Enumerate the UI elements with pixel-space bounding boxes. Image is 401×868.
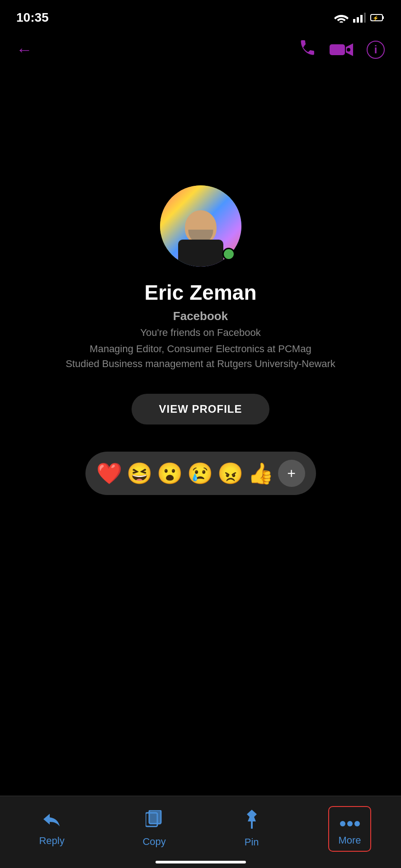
reaction-angry[interactable]: 😠 [217, 463, 243, 484]
svg-point-15 [347, 821, 353, 826]
reply-svg-icon [42, 811, 61, 827]
profile-bio: Managing Editor, Consumer Electronics at… [66, 341, 335, 371]
profile-name: Eric Zeman [145, 280, 257, 305]
svg-rect-7 [330, 44, 345, 55]
pin-action[interactable]: Pin [235, 805, 269, 853]
reply-action[interactable]: Reply [30, 807, 73, 851]
copy-svg-icon [146, 810, 163, 828]
svg-point-9 [347, 48, 350, 52]
battery-icon: ⚡ [370, 14, 385, 22]
pin-label: Pin [245, 836, 259, 848]
video-call-button[interactable] [330, 42, 353, 57]
phone-icon [300, 40, 316, 56]
pin-svg-icon [244, 810, 259, 829]
status-icons: ⚡ [334, 13, 385, 23]
online-status-indicator [222, 248, 235, 260]
copy-action[interactable]: Copy [133, 806, 175, 852]
more-icon [340, 811, 360, 831]
svg-rect-3 [364, 13, 366, 23]
avatar-person [174, 203, 228, 267]
info-icon: i [374, 43, 377, 56]
svg-rect-13 [251, 821, 253, 829]
wifi-icon [334, 13, 349, 23]
reaction-thumbsup[interactable]: 👍 [248, 463, 274, 484]
main-content: Eric Zeman Facebook You're friends on Fa… [0, 68, 401, 504]
reactions-bar: ❤️ 😆 😮 😢 😠 👍 + [85, 452, 316, 495]
avatar-shirt [178, 240, 223, 267]
copy-label: Copy [142, 836, 165, 848]
video-icon [330, 42, 353, 57]
info-button[interactable]: i [367, 41, 385, 59]
svg-text:⚡: ⚡ [373, 15, 379, 21]
profile-platform: Facebook [173, 309, 228, 323]
friend-status: You're friends on Facebook [140, 327, 260, 339]
copy-icon [146, 810, 163, 832]
avatar-container [160, 185, 241, 267]
more-action[interactable]: More [328, 806, 371, 852]
bottom-actions: Reply Copy Pin [0, 796, 401, 857]
reaction-sad[interactable]: 😢 [187, 463, 213, 484]
svg-rect-1 [357, 17, 359, 23]
home-indicator [156, 861, 246, 863]
svg-rect-0 [353, 19, 355, 23]
svg-point-14 [340, 821, 345, 826]
reaction-laugh[interactable]: 😆 [127, 463, 152, 484]
status-time: 10:35 [16, 10, 49, 25]
more-dots-icon [340, 821, 360, 827]
nav-bar: ← i [0, 32, 401, 68]
signal-icon [353, 13, 366, 23]
more-label: More [338, 835, 361, 846]
phone-call-button[interactable] [300, 40, 316, 60]
svg-point-16 [354, 821, 360, 826]
reply-icon [42, 811, 61, 831]
view-profile-button[interactable]: VIEW PROFILE [132, 394, 269, 425]
reaction-wow[interactable]: 😮 [157, 463, 183, 484]
status-bar: 10:35 ⚡ [0, 0, 401, 32]
pin-icon [244, 810, 259, 833]
plus-icon: + [287, 465, 296, 482]
reaction-add-button[interactable]: + [278, 460, 305, 487]
nav-actions: i [300, 40, 385, 60]
svg-rect-2 [360, 15, 363, 23]
reply-label: Reply [39, 835, 64, 847]
reaction-heart[interactable]: ❤️ [96, 463, 122, 484]
svg-rect-11 [149, 810, 161, 824]
svg-rect-5 [382, 16, 384, 19]
bottom-bar: Reply Copy Pin [0, 796, 401, 868]
back-button[interactable]: ← [16, 40, 33, 59]
